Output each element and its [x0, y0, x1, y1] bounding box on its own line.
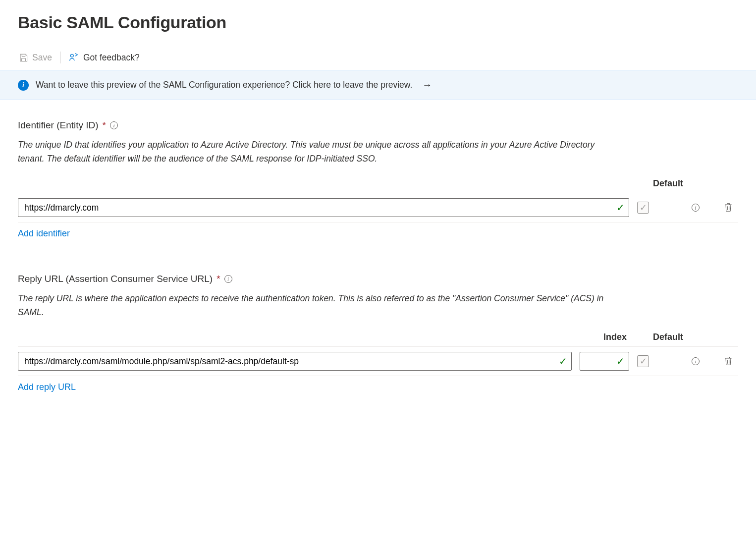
- add-identifier-link[interactable]: Add identifier: [18, 228, 70, 239]
- preview-banner[interactable]: i Want to leave this preview of the SAML…: [0, 70, 756, 100]
- identifier-section: Identifier (Entity ID) * i The unique ID…: [18, 120, 738, 239]
- reply-url-header-row: Index Default: [18, 332, 738, 347]
- info-outline-icon[interactable]: i: [224, 275, 232, 283]
- info-outline-icon[interactable]: i: [692, 357, 700, 365]
- reply-url-section: Reply URL (Assertion Consumer Service UR…: [18, 274, 738, 392]
- column-default-header: Default: [653, 178, 689, 189]
- reply-url-row: ✓ ✓ ✓ i: [18, 347, 738, 376]
- identifier-input-wrap: ✓: [18, 198, 629, 217]
- column-index-header: Index: [603, 332, 653, 342]
- feedback-button[interactable]: Got feedback?: [67, 50, 141, 65]
- save-icon: [19, 53, 28, 62]
- identifier-header-row: Default: [18, 178, 738, 193]
- trash-icon: [723, 202, 733, 213]
- reply-url-label: Reply URL (Assertion Consumer Service UR…: [18, 274, 738, 284]
- add-reply-url-link[interactable]: Add reply URL: [18, 382, 76, 392]
- trash-icon: [723, 355, 733, 366]
- toolbar: Save Got feedback?: [18, 50, 738, 70]
- info-outline-icon[interactable]: i: [110, 121, 118, 129]
- column-default-header: Default: [653, 332, 689, 342]
- identifier-input[interactable]: [18, 199, 629, 217]
- required-mark: *: [103, 120, 106, 131]
- identifier-default-checkbox[interactable]: ✓: [637, 202, 649, 214]
- feedback-icon: [68, 52, 79, 63]
- identifier-label-text: Identifier (Entity ID): [18, 120, 99, 131]
- preview-banner-text: Want to leave this preview of the SAML C…: [36, 80, 412, 90]
- identifier-delete-button[interactable]: [722, 201, 734, 215]
- save-button[interactable]: Save: [18, 51, 53, 65]
- reply-url-input-wrap: ✓: [18, 352, 572, 371]
- toolbar-separator: [60, 52, 60, 63]
- reply-url-default-checkbox[interactable]: ✓: [637, 355, 649, 367]
- reply-url-input[interactable]: [18, 352, 571, 370]
- reply-url-index-input[interactable]: [580, 352, 629, 370]
- required-mark: *: [216, 274, 220, 284]
- identifier-description: The unique ID that identifies your appli…: [18, 138, 612, 166]
- save-button-label: Save: [32, 53, 52, 63]
- reply-url-delete-button[interactable]: [722, 354, 734, 369]
- info-icon: i: [18, 80, 29, 91]
- feedback-button-label: Got feedback?: [83, 53, 140, 63]
- reply-url-index-input-wrap: ✓: [580, 352, 629, 371]
- page-title: Basic SAML Configuration: [18, 13, 738, 32]
- reply-url-description: The reply URL is where the application e…: [18, 291, 612, 319]
- identifier-row: ✓ ✓ i: [18, 193, 738, 222]
- arrow-right-icon: →: [422, 79, 432, 91]
- reply-url-label-text: Reply URL (Assertion Consumer Service UR…: [18, 274, 213, 284]
- identifier-label: Identifier (Entity ID) * i: [18, 120, 738, 131]
- info-outline-icon[interactable]: i: [692, 204, 700, 212]
- svg-point-0: [70, 54, 73, 57]
